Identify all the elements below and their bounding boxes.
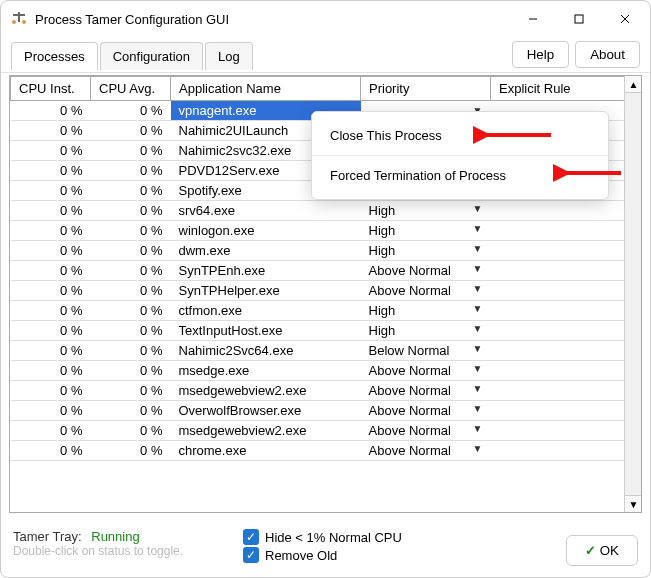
close-window-button[interactable] [602, 3, 648, 35]
cell-app-name[interactable]: msedgewebview2.exe [171, 421, 361, 441]
cell-app-name[interactable]: msedgewebview2.exe [171, 381, 361, 401]
table-row[interactable]: 0 %0 %ctfmon.exeHigh▼▼ [11, 301, 641, 321]
cell-cpu-inst: 0 % [11, 341, 91, 361]
cell-priority[interactable]: High▼ [361, 321, 491, 341]
check-icon: ✓ [585, 543, 596, 558]
table-row[interactable]: 0 %0 %SynTPEnh.exeAbove Normal▼▼ [11, 261, 641, 281]
cell-cpu-avg: 0 % [91, 101, 171, 121]
cell-priority[interactable]: Above Normal▼ [361, 421, 491, 441]
table-row[interactable]: 0 %0 %OverwolfBrowser.exeAbove Normal▼▼ [11, 401, 641, 421]
cell-explicit-rule[interactable]: ▼ [491, 261, 641, 281]
table-row[interactable]: 0 %0 %msedgewebview2.exeAbove Normal▼▼ [11, 421, 641, 441]
tab-configuration[interactable]: Configuration [100, 42, 203, 70]
svg-rect-5 [575, 15, 583, 23]
cell-cpu-avg: 0 % [91, 221, 171, 241]
ok-button[interactable]: ✓OK [566, 535, 638, 566]
cell-priority[interactable]: Below Normal▼ [361, 341, 491, 361]
cell-priority[interactable]: High▼ [361, 221, 491, 241]
dropdown-icon[interactable]: ▼ [469, 363, 483, 374]
table-row[interactable]: 0 %0 %TextInputHost.exeHigh▼▼ [11, 321, 641, 341]
cell-explicit-rule[interactable]: ▼ [491, 421, 641, 441]
cell-priority[interactable]: Above Normal▼ [361, 381, 491, 401]
cell-cpu-inst: 0 % [11, 301, 91, 321]
maximize-button[interactable] [556, 3, 602, 35]
col-cpu-inst[interactable]: CPU Inst. [11, 77, 91, 101]
footer: Tamer Tray: Running Double-click on stat… [1, 523, 650, 577]
table-row[interactable]: 0 %0 %SynTPHelper.exeAbove Normal▼▼ [11, 281, 641, 301]
dropdown-icon[interactable]: ▼ [469, 243, 483, 254]
toolbar: Processes Configuration Log Help About [1, 37, 650, 73]
scrollbar[interactable]: ▲ ▼ [624, 76, 641, 512]
cell-cpu-inst: 0 % [11, 101, 91, 121]
cell-explicit-rule[interactable]: ▼ [491, 401, 641, 421]
scroll-down-button[interactable]: ▼ [625, 495, 642, 512]
cell-cpu-avg: 0 % [91, 421, 171, 441]
cell-app-name[interactable]: chrome.exe [171, 441, 361, 461]
hide-cpu-checkbox[interactable]: ✓ Hide < 1% Normal CPU [243, 529, 566, 545]
scroll-up-button[interactable]: ▲ [625, 76, 642, 93]
dropdown-icon[interactable]: ▼ [469, 383, 483, 394]
cell-app-name[interactable]: TextInputHost.exe [171, 321, 361, 341]
cell-priority[interactable]: Above Normal▼ [361, 441, 491, 461]
cell-priority[interactable]: High▼ [361, 301, 491, 321]
cell-priority[interactable]: Above Normal▼ [361, 281, 491, 301]
table-row[interactable]: 0 %0 %srv64.exeHigh▼▼ [11, 201, 641, 221]
cell-explicit-rule[interactable]: ▼ [491, 301, 641, 321]
table-row[interactable]: 0 %0 %msedgewebview2.exeAbove Normal▼▼ [11, 381, 641, 401]
table-row[interactable]: 0 %0 %chrome.exeAbove Normal▼▼ [11, 441, 641, 461]
cell-explicit-rule[interactable]: ▼ [491, 221, 641, 241]
cell-explicit-rule[interactable]: ▼ [491, 321, 641, 341]
dropdown-icon[interactable]: ▼ [469, 423, 483, 434]
cell-priority[interactable]: High▼ [361, 201, 491, 221]
cell-cpu-avg: 0 % [91, 121, 171, 141]
dropdown-icon[interactable]: ▼ [469, 263, 483, 274]
tab-log[interactable]: Log [205, 42, 253, 70]
cell-cpu-inst: 0 % [11, 161, 91, 181]
col-explicit-rule[interactable]: Explicit Rule [491, 77, 641, 101]
cell-priority[interactable]: Above Normal▼ [361, 261, 491, 281]
cell-app-name[interactable]: SynTPEnh.exe [171, 261, 361, 281]
about-button[interactable]: About [575, 41, 640, 68]
dropdown-icon[interactable]: ▼ [469, 403, 483, 414]
cell-explicit-rule[interactable]: ▼ [491, 201, 641, 221]
cell-app-name[interactable]: winlogon.exe [171, 221, 361, 241]
tray-status[interactable]: Running [91, 529, 139, 544]
cell-explicit-rule[interactable]: ▼ [491, 441, 641, 461]
dropdown-icon[interactable]: ▼ [469, 323, 483, 334]
cell-app-name[interactable]: OverwolfBrowser.exe [171, 401, 361, 421]
cell-explicit-rule[interactable]: ▼ [491, 241, 641, 261]
menu-close-process[interactable]: Close This Process [312, 118, 608, 153]
dropdown-icon[interactable]: ▼ [469, 443, 483, 454]
col-cpu-avg[interactable]: CPU Avg. [91, 77, 171, 101]
cell-app-name[interactable]: dwm.exe [171, 241, 361, 261]
help-button[interactable]: Help [512, 41, 569, 68]
table-row[interactable]: 0 %0 %dwm.exeHigh▼▼ [11, 241, 641, 261]
cell-priority[interactable]: Above Normal▼ [361, 401, 491, 421]
cell-app-name[interactable]: srv64.exe [171, 201, 361, 221]
cell-app-name[interactable]: msedge.exe [171, 361, 361, 381]
cell-app-name[interactable]: Nahimic2Svc64.exe [171, 341, 361, 361]
dropdown-icon[interactable]: ▼ [469, 223, 483, 234]
window-title: Process Tamer Configuration GUI [35, 12, 510, 27]
dropdown-icon[interactable]: ▼ [469, 303, 483, 314]
table-row[interactable]: 0 %0 %winlogon.exeHigh▼▼ [11, 221, 641, 241]
tab-processes[interactable]: Processes [11, 42, 98, 70]
cell-app-name[interactable]: ctfmon.exe [171, 301, 361, 321]
dropdown-icon[interactable]: ▼ [469, 203, 483, 214]
col-priority[interactable]: Priority [361, 77, 491, 101]
svg-rect-0 [18, 12, 20, 22]
table-row[interactable]: 0 %0 %Nahimic2Svc64.exeBelow Normal▼▼ [11, 341, 641, 361]
col-app-name[interactable]: Application Name [171, 77, 361, 101]
dropdown-icon[interactable]: ▼ [469, 343, 483, 354]
cell-app-name[interactable]: SynTPHelper.exe [171, 281, 361, 301]
cell-explicit-rule[interactable]: ▼ [491, 281, 641, 301]
minimize-button[interactable] [510, 3, 556, 35]
cell-priority[interactable]: Above Normal▼ [361, 361, 491, 381]
cell-explicit-rule[interactable]: ▼ [491, 361, 641, 381]
cell-priority[interactable]: High▼ [361, 241, 491, 261]
remove-old-checkbox[interactable]: ✓ Remove Old [243, 547, 566, 563]
cell-explicit-rule[interactable]: ▼ [491, 381, 641, 401]
dropdown-icon[interactable]: ▼ [469, 283, 483, 294]
table-row[interactable]: 0 %0 %msedge.exeAbove Normal▼▼ [11, 361, 641, 381]
cell-explicit-rule[interactable]: ▼ [491, 341, 641, 361]
